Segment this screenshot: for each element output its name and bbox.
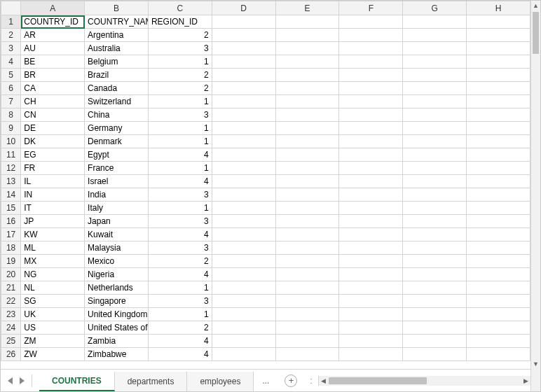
scroll-left-icon[interactable]: ◀: [319, 376, 329, 386]
cell-A8[interactable]: CN: [21, 108, 85, 122]
tab-countries[interactable]: COUNTRIES: [39, 372, 115, 391]
tab-options-icon[interactable]: :: [304, 376, 317, 386]
cell-H8[interactable]: [467, 108, 530, 122]
cell-A23[interactable]: UK: [21, 308, 85, 321]
cell-G2[interactable]: [403, 29, 467, 42]
cell-F17[interactable]: [339, 228, 403, 241]
cell-G14[interactable]: [403, 188, 467, 202]
cell-C2[interactable]: 2: [148, 29, 212, 42]
cell-B19[interactable]: Mexico: [85, 255, 149, 268]
cell-B26[interactable]: Zimbabwe: [85, 348, 149, 361]
cell-E3[interactable]: [275, 42, 339, 55]
cell-A24[interactable]: US: [21, 321, 85, 335]
cell-D26[interactable]: [212, 348, 275, 361]
cell-G7[interactable]: [403, 95, 467, 108]
tab-more-button[interactable]: ...: [254, 376, 278, 386]
cell-A15[interactable]: IT: [21, 202, 85, 215]
cell-H14[interactable]: [467, 188, 530, 202]
cell-H17[interactable]: [467, 228, 530, 241]
cell-D18[interactable]: [212, 241, 275, 255]
cell-B4[interactable]: Belgium: [85, 55, 149, 69]
cell-F15[interactable]: [339, 202, 403, 215]
row-header-7[interactable]: 7: [1, 95, 21, 108]
cell-E11[interactable]: [275, 148, 339, 162]
cell-C6[interactable]: 2: [148, 82, 212, 95]
row-header-19[interactable]: 19: [1, 255, 21, 268]
cell-C25[interactable]: 4: [148, 335, 212, 348]
cell-D13[interactable]: [212, 175, 275, 188]
cell-D21[interactable]: [212, 281, 275, 295]
cell-B12[interactable]: France: [85, 162, 149, 175]
vertical-scroll-thumb[interactable]: [533, 12, 539, 54]
cell-F19[interactable]: [339, 255, 403, 268]
cell-D12[interactable]: [212, 162, 275, 175]
cell-A13[interactable]: IL: [21, 175, 85, 188]
cell-G12[interactable]: [403, 162, 467, 175]
horizontal-scroll-thumb[interactable]: [329, 377, 427, 384]
cell-D9[interactable]: [212, 122, 275, 135]
cell-C21[interactable]: 1: [148, 281, 212, 295]
cell-G8[interactable]: [403, 108, 467, 122]
cell-C14[interactable]: 3: [148, 188, 212, 202]
cell-G22[interactable]: [403, 295, 467, 308]
cell-G15[interactable]: [403, 202, 467, 215]
cell-B1[interactable]: COUNTRY_NAME: [85, 15, 149, 29]
cell-B22[interactable]: Singapore: [85, 295, 149, 308]
cell-A18[interactable]: ML: [21, 241, 85, 255]
cell-G1[interactable]: [403, 15, 467, 29]
cell-E26[interactable]: [275, 348, 339, 361]
cell-E20[interactable]: [275, 268, 339, 281]
cell-H25[interactable]: [467, 335, 530, 348]
cell-G11[interactable]: [403, 148, 467, 162]
cell-E15[interactable]: [275, 202, 339, 215]
cell-G19[interactable]: [403, 255, 467, 268]
cell-G5[interactable]: [403, 69, 467, 82]
row-header-17[interactable]: 17: [1, 228, 21, 241]
cell-B17[interactable]: Kuwait: [85, 228, 149, 241]
cell-E17[interactable]: [275, 228, 339, 241]
cell-E25[interactable]: [275, 335, 339, 348]
cell-H11[interactable]: [467, 148, 530, 162]
cell-G10[interactable]: [403, 135, 467, 148]
select-all-corner[interactable]: [1, 1, 21, 15]
cell-G16[interactable]: [403, 215, 467, 228]
cell-H21[interactable]: [467, 281, 530, 295]
cell-F16[interactable]: [339, 215, 403, 228]
cell-F10[interactable]: [339, 135, 403, 148]
cell-G25[interactable]: [403, 335, 467, 348]
row-header-22[interactable]: 22: [1, 295, 21, 308]
column-header-E[interactable]: E: [275, 1, 339, 15]
cell-D4[interactable]: [212, 55, 275, 69]
cell-A14[interactable]: IN: [21, 188, 85, 202]
cell-B5[interactable]: Brazil: [85, 69, 149, 82]
cell-F20[interactable]: [339, 268, 403, 281]
cell-A4[interactable]: BE: [21, 55, 85, 69]
tab-next-icon[interactable]: [20, 377, 25, 384]
cell-G9[interactable]: [403, 122, 467, 135]
column-header-B[interactable]: B: [85, 1, 149, 15]
cell-H20[interactable]: [467, 268, 530, 281]
tab-prev-icon[interactable]: [8, 377, 13, 384]
cell-G26[interactable]: [403, 348, 467, 361]
cell-C7[interactable]: 1: [148, 95, 212, 108]
row-header-14[interactable]: 14: [1, 188, 21, 202]
cell-B16[interactable]: Japan: [85, 215, 149, 228]
cell-G23[interactable]: [403, 308, 467, 321]
cell-H24[interactable]: [467, 321, 530, 335]
cell-H6[interactable]: [467, 82, 530, 95]
cell-D20[interactable]: [212, 268, 275, 281]
cell-D17[interactable]: [212, 228, 275, 241]
row-header-16[interactable]: 16: [1, 215, 21, 228]
cell-E4[interactable]: [275, 55, 339, 69]
cell-B3[interactable]: Australia: [85, 42, 149, 55]
cell-F26[interactable]: [339, 348, 403, 361]
cell-F18[interactable]: [339, 241, 403, 255]
cell-E7[interactable]: [275, 95, 339, 108]
cell-B24[interactable]: United States of America: [85, 321, 149, 335]
cell-D16[interactable]: [212, 215, 275, 228]
cell-C3[interactable]: 3: [148, 42, 212, 55]
row-header-21[interactable]: 21: [1, 281, 21, 295]
column-header-C[interactable]: C: [148, 1, 212, 15]
vertical-scrollbar[interactable]: ▲ ▼: [530, 1, 540, 369]
cell-C10[interactable]: 1: [148, 135, 212, 148]
